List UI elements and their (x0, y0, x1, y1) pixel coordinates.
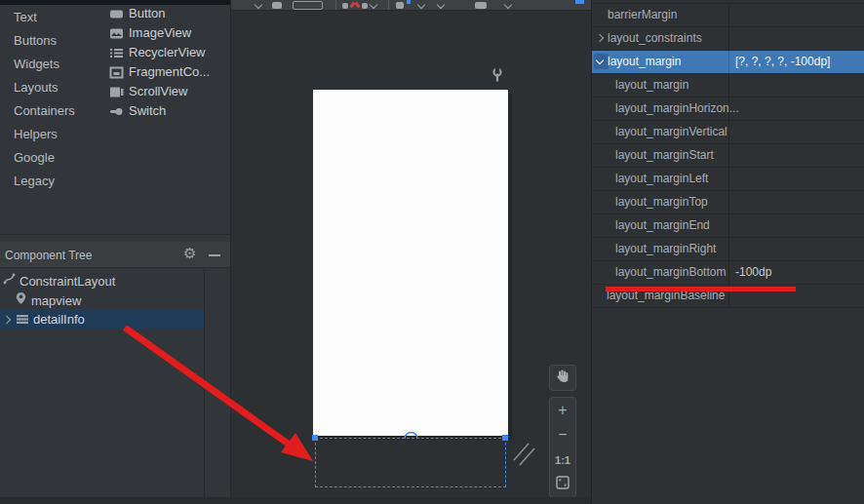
device-screen-preview[interactable] (313, 90, 508, 436)
fit-screen-icon (556, 476, 569, 493)
hand-icon (556, 369, 569, 387)
palette-category-legacy[interactable]: Legacy (0, 170, 100, 193)
magnet-icon[interactable] (396, 2, 404, 9)
attr-row-layout-marginright[interactable]: layout_marginRight (592, 238, 864, 261)
chevron-down-icon[interactable] (437, 1, 445, 9)
device-selector-icon[interactable] (293, 1, 323, 10)
zoom-to-fit-button[interactable] (550, 473, 575, 498)
palette-category-layouts[interactable]: Layouts (0, 76, 100, 99)
palette-item-recyclerview[interactable]: RecyclerView (100, 42, 230, 61)
design-mode-icon[interactable] (272, 2, 282, 9)
attribute-column-divider (728, 51, 729, 73)
chevron-down-icon[interactable] (417, 1, 425, 9)
design-toolbar (231, 0, 592, 11)
orientation-icon[interactable] (342, 3, 348, 9)
palette-panel: Text Buttons Widgets Layouts Containers … (0, 0, 230, 234)
button-icon (109, 7, 124, 19)
attr-row-layout-margin-group[interactable]: layout_margin [?, ?, ?, ?, -100dp] (592, 51, 864, 74)
tree-scroll-edge (204, 269, 205, 504)
palette-category-text[interactable]: Text (0, 6, 100, 29)
constraint-layout-icon (3, 272, 17, 290)
red-underline-annotation (606, 287, 796, 291)
toolbar-separator (335, 0, 336, 11)
chevron-down-icon[interactable] (370, 1, 377, 9)
chevron-down-icon[interactable] (255, 1, 262, 9)
list-icon (16, 311, 29, 329)
android-studio-layout-editor: Text Buttons Widgets Layouts Containers … (0, 0, 864, 504)
chevron-right-icon[interactable] (3, 315, 11, 323)
panel-toggle-icon[interactable] (575, 0, 584, 4)
palette-item-switch[interactable]: Switch (100, 100, 230, 120)
attributes-panel: barrierMargin layout_constraints layout_… (591, 0, 864, 504)
fragmentcontainer-icon (109, 65, 124, 78)
window-bottom-edge (0, 497, 591, 504)
palette-category-containers[interactable]: Containers (0, 99, 100, 123)
palette-category-widgets[interactable]: Widgets (0, 53, 100, 76)
palette-item-fragmentcontainer[interactable]: FragmentCo... (100, 61, 230, 81)
guideline-indicator-icon (407, 0, 411, 4)
palette-item-button[interactable]: Button (100, 3, 230, 22)
switch-icon (109, 104, 124, 117)
component-tree-title: Component Tree (5, 249, 92, 262)
scrollview-icon (109, 85, 124, 97)
palette-category-helpers[interactable]: Helpers (0, 123, 100, 146)
attr-row-layout-marginbottom[interactable]: layout_marginBottom -100dp (592, 261, 864, 285)
zoom-in-button[interactable]: + (550, 398, 575, 423)
palette-categories: Text Buttons Widgets Layouts Containers … (0, 6, 100, 193)
gear-icon[interactable]: ⚙ (183, 245, 196, 262)
palette-item-scrollview[interactable]: ScrollView (100, 81, 230, 100)
map-pin-icon (15, 291, 27, 309)
palette-item-imageview[interactable]: ImageView (100, 22, 230, 42)
attr-row-barriermargin[interactable]: barrierMargin (592, 4, 864, 27)
night-mode-icon[interactable] (362, 3, 368, 9)
attr-row-layout-marginvertical[interactable]: layout_marginVertical (592, 121, 864, 144)
zoom-actual-size-button[interactable]: 1:1 (550, 447, 575, 473)
component-tree-header: Component Tree ⚙ (0, 242, 230, 268)
chevron-down-icon[interactable] (504, 1, 512, 9)
tree-node-mapview[interactable]: mapview (0, 291, 204, 310)
resize-handle-top-left[interactable] (312, 435, 318, 441)
zoom-out-button[interactable]: − (550, 423, 575, 448)
pan-button[interactable] (549, 365, 576, 391)
palette-category-buttons[interactable]: Buttons (0, 29, 100, 53)
selected-view-bounds[interactable] (315, 438, 506, 487)
resize-handle-top-right[interactable] (502, 435, 508, 441)
attr-row-layout-margintop[interactable]: layout_marginTop (592, 191, 864, 214)
imageview-icon (109, 26, 124, 39)
attr-row-layout-constraints[interactable]: layout_constraints (592, 27, 864, 51)
tree-node-detailinfo[interactable]: detailInfo (0, 309, 204, 330)
component-tree-panel: Component Tree ⚙ ConstraintLayout mapvie… (0, 235, 230, 504)
chevron-right-icon[interactable] (596, 34, 604, 42)
zoom-controls: + − 1:1 (549, 397, 576, 498)
minimize-icon[interactable] (209, 254, 220, 256)
attr-row-layout-marginleft[interactable]: layout_marginLeft (592, 168, 864, 191)
toolbar-separator (388, 0, 389, 11)
palette-component-list: Button ImageView RecyclerView (100, 3, 230, 120)
tree-node-constraintlayout[interactable]: ConstraintLayout (0, 271, 204, 291)
resize-hatch-icon (514, 444, 529, 460)
recyclerview-icon (109, 46, 124, 58)
error-marker-icon (355, 2, 361, 9)
wrench-icon[interactable] (491, 67, 503, 86)
attr-row-layout-margin[interactable]: layout_margin (592, 74, 864, 97)
palette-category-google[interactable]: Google (0, 146, 100, 170)
margin-selector-icon[interactable] (475, 2, 487, 9)
design-surface[interactable]: + − 1:1 (230, 0, 591, 504)
attr-row-layout-marginstart[interactable]: layout_marginStart (592, 144, 864, 168)
resize-hatch-icon (520, 448, 534, 465)
attr-row-layout-marginhorizontal[interactable]: layout_marginHorizon... (592, 97, 864, 121)
attr-row-layout-marginend[interactable]: layout_marginEnd (592, 214, 864, 238)
